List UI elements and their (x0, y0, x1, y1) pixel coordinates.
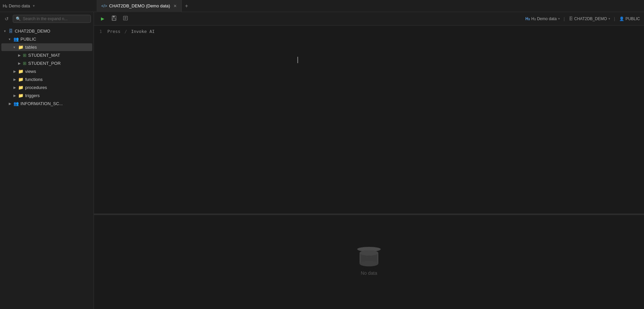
tab-chat2db-demo[interactable]: </> CHAT2DB_DEMO (Demo data) ✕ (97, 0, 182, 12)
separator-1: | (564, 16, 565, 21)
search-placeholder: Search in the expand n... (23, 16, 67, 21)
db-cylinder-container (360, 250, 378, 266)
refresh-button[interactable]: ↺ (3, 15, 11, 23)
tree-arrow-chat2db: ▾ (4, 29, 9, 33)
separator-2: | (614, 16, 615, 21)
tree-item-chat2db-demo[interactable]: ▾ 🗄 CHAT2DB_DEMO (1, 27, 92, 35)
user-selector[interactable]: 👤 PUBLIC (619, 16, 640, 21)
save-icon (111, 15, 117, 22)
tab-bar: </> CHAT2DB_DEMO (Demo data) ✕ + (97, 0, 641, 12)
no-data-text: No data (361, 270, 377, 276)
db-label: H₂ Demo data (531, 16, 557, 21)
schema-label: CHAT2DB_DEMO (574, 16, 607, 21)
slash-divider: / (124, 29, 127, 34)
format-button[interactable] (121, 14, 130, 24)
content-toolbar: ▶ (94, 12, 644, 26)
tree-item-triggers[interactable]: ▶ 📁 triggers (1, 92, 92, 99)
add-tab-button[interactable]: + (182, 1, 191, 11)
toolbar-left: ▶ (98, 14, 130, 24)
app-title: H₂ Demo data (3, 3, 30, 8)
format-icon (123, 15, 128, 22)
folder-icon-functions: 📁 (18, 77, 23, 82)
editor-top[interactable]: 1 Press / Invoke AI | (94, 26, 644, 214)
tree-item-functions[interactable]: ▶ 📁 functions (1, 76, 92, 83)
tree-label-procedures: procedures (25, 85, 47, 90)
run-query-button[interactable]: ▶ (98, 14, 107, 24)
tree-arrow-student-mat: ▶ (18, 53, 23, 57)
tree-label-chat2db-demo: CHAT2DB_DEMO (15, 29, 50, 34)
editor-area[interactable]: 1 Press / Invoke AI | (94, 26, 644, 309)
tree: ▾ 🗄 CHAT2DB_DEMO ▾ 👥 PUBLIC ▾ 📁 tables ▶… (0, 26, 94, 309)
press-text: Press (107, 29, 120, 34)
schema-chevron: ▾ (608, 17, 610, 20)
invoke-ai-text: Invoke AI (131, 29, 155, 34)
tree-label-triggers: triggers (25, 93, 40, 98)
tree-item-procedures[interactable]: ▶ 📁 procedures (1, 84, 92, 91)
folder-icon-procedures: 📁 (18, 85, 23, 90)
tree-label-functions: functions (25, 77, 43, 82)
title-chevron[interactable]: ▾ (33, 4, 35, 8)
folder-icon-triggers: 📁 (18, 93, 23, 98)
db-cyl-bottom (360, 261, 378, 266)
tree-arrow-triggers: ▶ (13, 94, 18, 97)
folder-icon-views: 📁 (18, 69, 23, 74)
db-cyl-top (360, 250, 378, 256)
schema-selector[interactable]: 🗄 CHAT2DB_DEMO ▾ (569, 16, 610, 21)
no-data-illustration (357, 248, 381, 266)
line-number-1: 1 (94, 29, 107, 34)
sidebar: ↺ 🔍 Search in the expand n... ▾ 🗄 CHAT2D… (0, 12, 94, 309)
run-icon: ▶ (101, 16, 104, 21)
editor-line-1: 1 Press / Invoke AI (94, 28, 644, 35)
tree-label-student-por: STUDENT_POR (28, 61, 61, 66)
table-icon-student-por: ⊞ (23, 61, 26, 66)
db-selector[interactable]: H₂ H₂ Demo data ▾ (525, 16, 559, 21)
results-area: No data (94, 215, 644, 309)
folder-icon-tables: 📁 (18, 45, 23, 50)
content-area: ▶ (94, 12, 644, 309)
tree-arrow-functions: ▶ (13, 78, 18, 81)
tree-item-public[interactable]: ▾ 👥 PUBLIC (1, 35, 92, 43)
database-icon: 🗄 (9, 29, 13, 34)
editor-text-cursor: | (297, 56, 299, 63)
db-chevron: ▾ (558, 17, 560, 20)
tree-arrow-views: ▶ (13, 70, 18, 73)
svg-rect-1 (113, 16, 115, 17)
search-icon: 🔍 (16, 16, 21, 21)
tree-label-information-schema: INFORMATION_SC... (20, 101, 63, 106)
tree-item-tables[interactable]: ▾ 📁 tables (1, 43, 92, 51)
sidebar-toolbar: ↺ 🔍 Search in the expand n... (0, 12, 94, 26)
tab-close-button[interactable]: ✕ (173, 4, 177, 8)
schema-db-icon: 🗄 (569, 16, 573, 21)
editor-line-content: Press / Invoke AI (107, 29, 155, 34)
schema-icon-information: 👥 (13, 101, 19, 106)
tree-arrow-procedures: ▶ (13, 86, 18, 89)
svg-rect-2 (112, 18, 116, 20)
table-icon-student-mat: ⊞ (23, 53, 26, 58)
tree-item-views[interactable]: ▶ 📁 views (1, 68, 92, 75)
tree-arrow-public: ▾ (9, 37, 13, 41)
tree-label-views: views (25, 69, 36, 74)
tree-label-student-mat: STUDENT_MAT (28, 53, 60, 58)
save-button[interactable] (109, 14, 119, 24)
title-bar: H₂ Demo data ▾ </> CHAT2DB_DEMO (Demo da… (0, 0, 644, 12)
user-label: PUBLIC (626, 16, 640, 21)
schema-icon-public: 👥 (13, 37, 19, 42)
tree-item-student-por[interactable]: ▶ ⊞ STUDENT_POR (1, 59, 92, 67)
tree-item-student-mat[interactable]: ▶ ⊞ STUDENT_MAT (1, 51, 92, 59)
main-layout: ↺ 🔍 Search in the expand n... ▾ 🗄 CHAT2D… (0, 12, 644, 309)
app-title-section: H₂ Demo data ▾ (3, 3, 97, 8)
user-icon: 👤 (619, 16, 624, 21)
tree-arrow-tables: ▾ (13, 45, 18, 49)
search-box[interactable]: 🔍 Search in the expand n... (13, 15, 91, 23)
tree-item-information-schema[interactable]: ▶ 👥 INFORMATION_SC... (1, 100, 92, 107)
tree-arrow-student-por: ▶ (18, 61, 23, 65)
tree-arrow-information-schema: ▶ (9, 102, 13, 105)
toolbar-right: H₂ H₂ Demo data ▾ | 🗄 CHAT2DB_DEMO ▾ | 👤… (525, 16, 640, 21)
h2-icon: H₂ (525, 16, 530, 21)
tree-label-public: PUBLIC (20, 37, 36, 42)
tree-label-tables: tables (25, 45, 37, 50)
tab-label: CHAT2DB_DEMO (Demo data) (109, 3, 170, 8)
tab-code-icon: </> (101, 4, 107, 8)
